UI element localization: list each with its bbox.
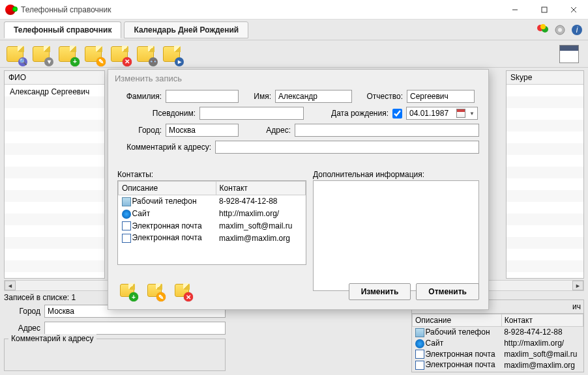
table-row[interactable]: Электронная почтаmaxlim@maxlim.org bbox=[119, 232, 306, 244]
contacts-section: Контакты: ОписаниеКонтакт Рабочий телефо… bbox=[117, 170, 306, 265]
app-icon bbox=[5, 5, 16, 15]
calendar-icon[interactable] bbox=[558, 43, 580, 65]
tool-delete[interactable]: ✕ bbox=[108, 43, 130, 65]
main-area: ФИО Александр Сергеевич Skype ◄ ► Записе… bbox=[0, 68, 588, 375]
lastname-field[interactable] bbox=[166, 90, 239, 103]
record-summary-form: Город Адрес Комментарий к адресу bbox=[4, 305, 226, 371]
address-comment-group: Комментарий к адресу bbox=[4, 339, 226, 371]
table-row[interactable]: Электронная почтаmaxlim@maxlim.org bbox=[413, 359, 583, 370]
mail-icon bbox=[122, 221, 131, 230]
contacts-label: Контакты: bbox=[117, 170, 306, 179]
city-label: Город: bbox=[117, 126, 162, 135]
window-title: Телефонный справочник bbox=[21, 5, 500, 14]
address-field[interactable] bbox=[44, 322, 226, 335]
fio-list[interactable]: ФИО Александр Сергеевич bbox=[4, 70, 105, 279]
info-icon[interactable]: i bbox=[570, 23, 584, 37]
scroll-right-button[interactable]: ► bbox=[572, 281, 583, 290]
mail-icon bbox=[415, 361, 424, 370]
contacts-preview-panel: ич ОписаниеКонтакт Рабочий телефон8-928-… bbox=[411, 299, 584, 372]
tool-edit[interactable]: ✎ bbox=[82, 43, 104, 65]
additional-info-label: Дополнительная информация: bbox=[313, 170, 479, 179]
fio-header: ФИО bbox=[5, 71, 104, 85]
apply-button[interactable]: Изменить bbox=[349, 283, 411, 300]
contact-add-button[interactable]: + bbox=[117, 281, 137, 300]
calendar-icon bbox=[456, 109, 465, 118]
address-field[interactable] bbox=[295, 124, 479, 137]
tab-directory[interactable]: Телефонный справочник bbox=[4, 21, 121, 38]
city-field[interactable] bbox=[166, 124, 239, 137]
birthdate-label: Дата рождения: bbox=[304, 109, 389, 118]
records-count: Записей в списке: 1 bbox=[4, 293, 76, 302]
close-button[interactable] bbox=[559, 0, 588, 20]
birthdate-picker[interactable]: 04.01.1987 ▼ bbox=[406, 107, 478, 120]
tool-filter-funnel[interactable]: ▾ bbox=[30, 43, 52, 65]
table-row[interactable]: Сайтhttp://maxlim.org/ bbox=[119, 208, 306, 220]
globe-icon bbox=[122, 210, 131, 219]
minimize-button[interactable] bbox=[500, 0, 529, 20]
contact-tools: + ✎ ✕ bbox=[117, 281, 196, 300]
maximize-button[interactable] bbox=[529, 0, 559, 20]
birthdate-checkbox[interactable] bbox=[392, 109, 402, 118]
addrcomment-field[interactable] bbox=[215, 141, 479, 154]
firstname-label: Имя: bbox=[239, 92, 271, 101]
birthdate-value: 04.01.1987 bbox=[409, 109, 448, 118]
additional-info-section: Дополнительная информация: bbox=[313, 170, 479, 291]
firstname-field[interactable] bbox=[275, 90, 352, 103]
balloons-icon[interactable] bbox=[536, 23, 550, 37]
chevron-down-icon: ▼ bbox=[469, 111, 475, 117]
nickname-label: Псевдоним: bbox=[117, 109, 196, 118]
globe-icon bbox=[415, 339, 424, 348]
edit-record-dialog: Изменить запись Фамилия: Имя: Отчество: … bbox=[108, 69, 489, 310]
table-row[interactable]: Электронная почтаmaxlim_soft@mail.ru bbox=[413, 349, 583, 360]
lastname-label: Фамилия: bbox=[117, 92, 162, 101]
main-toolbar: 🔍 ▾ + ✎ ✕ 👓 ▸ bbox=[0, 40, 588, 68]
address-comment-label: Комментарий к адресу bbox=[8, 334, 96, 343]
tool-export[interactable]: ▸ bbox=[160, 43, 183, 65]
table-row[interactable]: Сайтhttp://maxlim.org/ bbox=[413, 338, 583, 349]
tool-search[interactable]: 👓 bbox=[134, 43, 156, 65]
patronymic-field[interactable] bbox=[407, 90, 475, 103]
mail-icon bbox=[122, 234, 131, 243]
list-item[interactable]: Александр Сергеевич bbox=[5, 85, 104, 99]
phone-icon bbox=[415, 328, 424, 337]
tab-calendar[interactable]: Календарь Дней Рождений bbox=[124, 21, 248, 38]
dialog-title: Изменить запись bbox=[108, 70, 488, 87]
svg-point-8 bbox=[558, 28, 562, 32]
mail-icon bbox=[415, 350, 424, 359]
phone-icon bbox=[122, 197, 131, 206]
col-desc: Описание bbox=[413, 314, 502, 327]
cancel-button[interactable]: Отменить bbox=[416, 283, 479, 300]
city-label: Город bbox=[4, 307, 40, 316]
table-row[interactable]: Электронная почтаmaxlim_soft@mail.ru bbox=[119, 220, 306, 232]
patronymic-label: Отчество: bbox=[352, 92, 403, 101]
col-desc: Описание bbox=[119, 182, 216, 195]
contact-edit-button[interactable]: ✎ bbox=[145, 281, 164, 300]
scroll-left-button[interactable]: ◄ bbox=[5, 281, 16, 290]
tabs-bar: Телефонный справочник Календарь Дней Рож… bbox=[0, 20, 588, 40]
contacts-table[interactable]: ОписаниеКонтакт Рабочий телефон8-928-474… bbox=[117, 180, 306, 265]
dialog-buttons: Изменить Отменить bbox=[349, 283, 479, 300]
addrcomment-label: Комментарий к адресу: bbox=[117, 143, 211, 152]
contact-delete-button[interactable]: ✕ bbox=[172, 281, 192, 300]
skype-list[interactable]: Skype bbox=[506, 70, 584, 279]
nickname-field[interactable] bbox=[199, 107, 304, 120]
address-label: Адрес: bbox=[239, 126, 291, 135]
additional-info-textarea[interactable] bbox=[313, 180, 479, 291]
col-contact: Контакт bbox=[501, 314, 583, 327]
svg-rect-1 bbox=[542, 7, 547, 12]
col-contact: Контакт bbox=[216, 182, 305, 195]
table-row[interactable]: Рабочий телефон8-928-474-12-88 bbox=[119, 195, 306, 208]
settings-gear-icon[interactable] bbox=[553, 23, 567, 37]
tool-filter-lens[interactable]: 🔍 bbox=[4, 43, 26, 65]
window-titlebar: Телефонный справочник bbox=[0, 0, 588, 20]
table-row[interactable]: Рабочий телефон8-928-474-12-88 bbox=[413, 327, 583, 338]
skype-header: Skype bbox=[507, 71, 583, 85]
address-label: Адрес bbox=[4, 324, 40, 333]
svg-text:i: i bbox=[576, 25, 578, 35]
tool-add[interactable]: + bbox=[56, 43, 78, 65]
svg-point-6 bbox=[540, 24, 546, 29]
